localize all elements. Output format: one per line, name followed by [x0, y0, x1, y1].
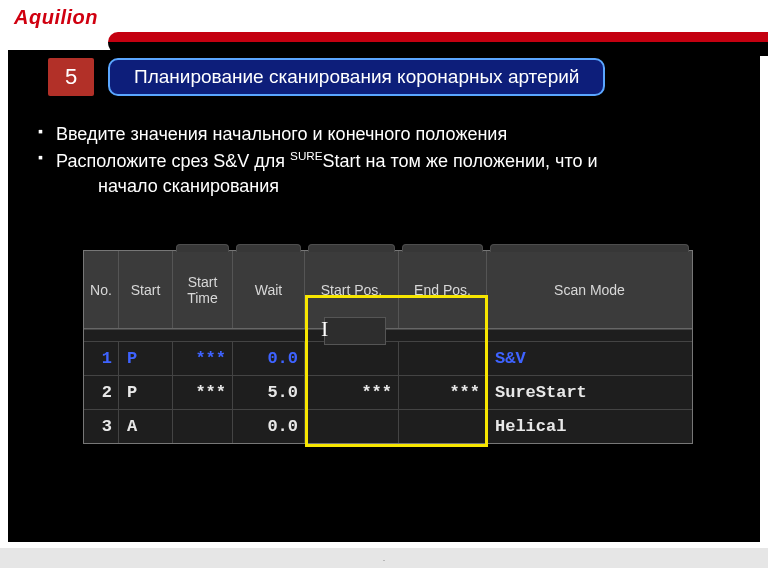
- footer-bar: .: [0, 548, 768, 568]
- table-header-row: No. Start Start Time Wait Start Pos. End…: [84, 251, 692, 329]
- cell-time: [172, 410, 232, 443]
- cell-end-pos[interactable]: ***: [398, 376, 486, 409]
- decor-red-stripe: [108, 32, 768, 42]
- cell-start-pos[interactable]: [304, 410, 398, 443]
- table-body: 1 P *** 0.0 S&V 2 P *** 5.0 *** *** Sure…: [84, 341, 692, 443]
- cell-wait: 0.0: [232, 410, 304, 443]
- bullet-2-post: Start на том же положении, что и: [323, 151, 598, 171]
- step-badge: 5: [48, 58, 94, 96]
- cell-time: ***: [172, 376, 232, 409]
- cell-start-pos[interactable]: [304, 342, 398, 375]
- col-wait: Wait: [232, 251, 304, 328]
- brand-logo: Aquilion: [14, 6, 98, 29]
- cell-no: 2: [84, 376, 118, 409]
- col-end-pos: End Pos.: [398, 251, 486, 328]
- slide-stage: 5 Планирование сканирования коронарных а…: [8, 50, 760, 542]
- page-title: Планирование сканирования коронарных арт…: [108, 58, 605, 96]
- scan-plan-table: No. Start Start Time Wait Start Pos. End…: [83, 250, 693, 444]
- instruction-list: Введите значения начального и конечного …: [8, 96, 760, 198]
- cell-start-pos[interactable]: ***: [304, 376, 398, 409]
- edit-cursor-overlay[interactable]: [324, 317, 386, 345]
- bullet-2-sup: SURE: [290, 149, 322, 162]
- table-row[interactable]: 1 P *** 0.0 S&V: [84, 341, 692, 375]
- cell-wait: 5.0: [232, 376, 304, 409]
- cell-no: 1: [84, 342, 118, 375]
- table-row[interactable]: 2 P *** 5.0 *** *** SureStart: [84, 375, 692, 409]
- bullet-2-pre: Расположите срез S&V для: [56, 151, 290, 171]
- col-start-time: Start Time: [172, 251, 232, 328]
- cell-start: A: [118, 410, 172, 443]
- bullet-2-line2: начало сканирования: [56, 174, 730, 198]
- col-start: Start: [118, 251, 172, 328]
- cell-start: P: [118, 342, 172, 375]
- cell-no: 3: [84, 410, 118, 443]
- cell-mode: Helical: [486, 410, 692, 443]
- cell-end-pos[interactable]: [398, 342, 486, 375]
- cell-mode: S&V: [486, 342, 692, 375]
- cell-time: ***: [172, 342, 232, 375]
- cell-mode: SureStart: [486, 376, 692, 409]
- cell-start: P: [118, 376, 172, 409]
- col-scan-mode: Scan Mode: [486, 251, 692, 328]
- bullet-2: Расположите срез S&V для SUREStart на то…: [38, 148, 730, 198]
- cell-wait: 0.0: [232, 342, 304, 375]
- col-no: No.: [84, 251, 118, 328]
- table-row[interactable]: 3 A 0.0 Helical: [84, 409, 692, 443]
- bullet-1: Введите значения начального и конечного …: [38, 122, 730, 146]
- cell-end-pos[interactable]: [398, 410, 486, 443]
